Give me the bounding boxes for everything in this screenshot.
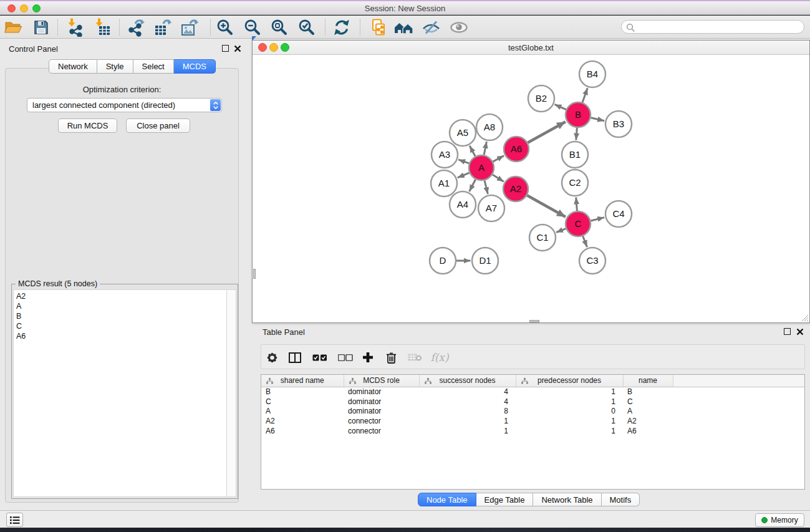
table-cell[interactable]: A2	[623, 416, 673, 426]
canvas-horizontal-scroll-nub[interactable]	[529, 320, 539, 322]
table-cell[interactable]: 8	[419, 407, 516, 417]
export-table-icon[interactable]	[152, 17, 173, 37]
table-cell[interactable]: A	[261, 407, 344, 417]
deselect-all-checkboxes-icon[interactable]	[335, 345, 355, 370]
graph-edge[interactable]	[591, 118, 604, 121]
table-cell[interactable]: 4	[419, 397, 516, 407]
graph-edge[interactable]	[493, 156, 504, 162]
clone-network-icon[interactable]	[368, 17, 389, 37]
table-cell[interactable]: A	[623, 407, 673, 417]
function-builder-icon[interactable]: f(x)	[428, 345, 451, 370]
graph-edge[interactable]	[458, 173, 470, 178]
delete-column-trash-icon[interactable]	[382, 345, 400, 370]
table-cell[interactable]: dominator	[344, 407, 419, 417]
table-cell[interactable]: dominator	[344, 387, 419, 397]
table-cell[interactable]: A6	[623, 426, 673, 436]
tab-select[interactable]: Select	[133, 59, 174, 74]
graph-edge[interactable]	[528, 122, 566, 143]
table-cell[interactable]: 1	[419, 426, 516, 436]
optimization-criterion-select[interactable]: largest connected component (directed)	[27, 98, 222, 112]
table-cell[interactable]: A2	[261, 416, 344, 426]
save-session-icon[interactable]	[31, 17, 52, 37]
table-cell[interactable]: C	[623, 397, 673, 407]
table-cell[interactable]: 1	[516, 426, 623, 436]
status-list-button[interactable]	[6, 513, 23, 527]
mcds-result-scrollbar[interactable]	[226, 289, 236, 497]
window-resize-grip[interactable]	[801, 314, 809, 322]
tab-mcds[interactable]: MCDS	[174, 59, 216, 74]
mcds-result-item[interactable]: A2	[14, 291, 228, 301]
table-cell[interactable]: connector	[344, 426, 419, 436]
mcds-result-item[interactable]: B	[14, 311, 228, 321]
hide-graphics-details-icon[interactable]	[420, 17, 441, 37]
graph-edge[interactable]	[527, 195, 566, 217]
table-settings-gear-icon[interactable]	[263, 345, 281, 370]
import-table-icon[interactable]	[92, 17, 113, 37]
table-row[interactable]: Adominator80A	[261, 407, 804, 417]
zoom-fit-icon[interactable]	[269, 17, 290, 37]
open-session-icon[interactable]	[2, 17, 24, 37]
column-header-successor-nodes[interactable]: successor nodes	[419, 375, 516, 387]
column-header-shared-name[interactable]: shared name	[261, 375, 344, 387]
show-graphics-details-icon[interactable]	[448, 17, 470, 37]
graph-edge[interactable]	[484, 142, 486, 155]
close-panel-button[interactable]: Close panel	[126, 118, 190, 133]
zoom-in-icon[interactable]	[215, 17, 236, 37]
home-networks-icon[interactable]	[393, 17, 415, 37]
table-cell[interactable]: 4	[419, 387, 516, 397]
tab-edge-table[interactable]: Edge Table	[476, 493, 534, 506]
table-cell[interactable]: 1	[516, 416, 623, 426]
graph-edge[interactable]	[493, 175, 504, 181]
import-network-icon[interactable]	[64, 17, 85, 37]
graph-edge[interactable]	[470, 146, 475, 157]
export-network-icon[interactable]	[125, 17, 147, 37]
tab-network-table[interactable]: Network Table	[533, 493, 601, 506]
tab-node-table[interactable]: Node Table	[418, 493, 476, 506]
mcds-result-list[interactable]: A2ABCA6	[13, 289, 228, 497]
search-input[interactable]	[621, 20, 804, 34]
zoom-out-icon[interactable]	[242, 17, 263, 37]
table-cell[interactable]: dominator	[344, 397, 419, 407]
export-image-icon[interactable]	[179, 17, 200, 37]
table-cell[interactable]: connector	[344, 416, 419, 426]
table-cell[interactable]: B	[623, 387, 673, 397]
graph-edge[interactable]	[485, 180, 488, 194]
mcds-result-item[interactable]: A	[14, 301, 228, 311]
table-panel-float-icon[interactable]	[784, 328, 791, 335]
graph-edge[interactable]	[555, 104, 566, 109]
graph-edge[interactable]	[576, 197, 577, 211]
graph-edge[interactable]	[556, 229, 566, 233]
control-panel-float-icon[interactable]	[222, 45, 229, 52]
split-columns-icon[interactable]	[286, 345, 304, 370]
control-panel-close-icon[interactable]	[234, 45, 241, 52]
graph-edge[interactable]	[458, 160, 469, 163]
table-panel-close-icon[interactable]	[796, 328, 804, 336]
graph-edge[interactable]	[582, 88, 587, 102]
memory-button[interactable]: Memory	[755, 513, 804, 527]
zoom-selected-icon[interactable]	[296, 17, 317, 37]
add-column-icon[interactable]	[359, 345, 377, 370]
table-row[interactable]: A6connector11A6	[261, 426, 804, 436]
mcds-result-item[interactable]: C	[14, 321, 228, 331]
column-header-predecessor-nodes[interactable]: predecessor nodes	[516, 375, 623, 387]
table-cell[interactable]: C	[261, 397, 344, 407]
graph-edge[interactable]	[576, 128, 577, 140]
table-cell[interactable]: 1	[516, 397, 623, 407]
graph-edge[interactable]	[583, 236, 587, 248]
table-cell[interactable]: 0	[516, 407, 623, 417]
delete-table-icon[interactable]	[405, 345, 425, 370]
table-cell[interactable]: 1	[419, 416, 516, 426]
mcds-result-item[interactable]: A6	[14, 331, 228, 341]
table-row[interactable]: Bdominator41B	[261, 387, 804, 397]
network-canvas[interactable]: AA1A2A3A4A5A6A7A8BB1B2B3B4CC1C2C3C4DD1	[253, 56, 809, 322]
table-cell[interactable]: 1	[516, 387, 623, 397]
tab-motifs[interactable]: Motifs	[602, 493, 640, 506]
column-header-mcds-role[interactable]: MCDS role	[344, 375, 419, 387]
refresh-icon[interactable]	[331, 17, 352, 37]
graph-edge[interactable]	[470, 180, 476, 191]
run-mcds-button[interactable]: Run MCDS	[58, 118, 117, 133]
table-row[interactable]: A2connector11A2	[261, 416, 804, 426]
table-row[interactable]: Cdominator41C	[261, 397, 804, 407]
tab-style[interactable]: Style	[97, 59, 133, 74]
select-all-checkboxes-icon[interactable]	[310, 345, 330, 370]
